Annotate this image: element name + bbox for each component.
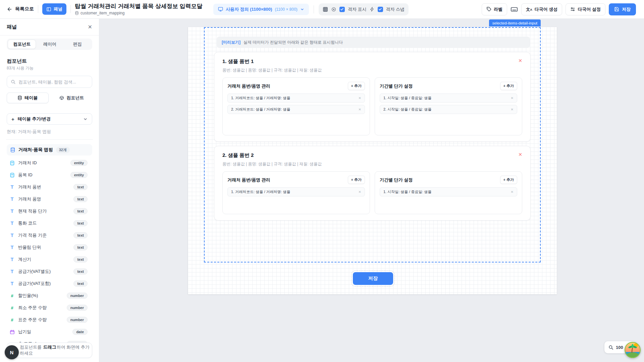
item-card-meta: 품번: 샘플값 | 품명: 샘플값 | 규격: 샘플값 | 재질: 샘플값 <box>222 161 522 167</box>
title-block: 탑씰 거래처관리 거래처별 품목 상세정보 입력모달 customer_item… <box>75 3 203 15</box>
field-row[interactable]: T # 거래처 ID entity <box>7 157 92 169</box>
panel-button-label: 패널 <box>54 6 62 12</box>
item-card-panels: 거래처 품번/품명 관리 + 추가 1. 거래처코드: 샘플 / 거래처명: 샘… <box>222 77 522 135</box>
field-row[interactable]: T # 통화 코드 text <box>7 217 92 229</box>
table-item-customer-item-mapping[interactable]: 거래처-품목 맵핑 32개 <box>7 144 92 156</box>
field-row[interactable]: T # 가격 적용 기준 text <box>7 229 92 241</box>
field-type-badge: text <box>73 281 88 287</box>
segment-tables-label: 테이블 <box>24 95 38 101</box>
viewport-size-value: (1100 × 800) <box>275 7 298 12</box>
database-icon <box>10 147 15 153</box>
field-type-badge: entity <box>70 172 88 178</box>
panel-tabs: 컴포넌트 레이어 편집 <box>7 39 92 50</box>
tab-edit[interactable]: 편집 <box>64 40 91 49</box>
field-row[interactable]: T # 계산기 text <box>7 253 92 265</box>
field-row[interactable]: T # 공급가(VAT별도) text <box>7 265 92 278</box>
selection-label: selected-items-detail-input <box>489 19 541 26</box>
save-button-label: 저장 <box>622 6 631 12</box>
design-canvas[interactable]: selected-items-detail-input [미리보기] 실제 데이… <box>99 19 644 362</box>
field-row[interactable]: T # 거래처 품번 text <box>7 181 92 193</box>
field-row[interactable]: T # 최소 주문 수량 number <box>7 302 92 314</box>
remove-row-icon[interactable]: ✕ <box>359 108 361 111</box>
label-button[interactable]: 라벨 <box>482 3 507 15</box>
components-available-count: 83개 사용 가능 <box>7 65 92 71</box>
tab-components[interactable]: 컴포넌트 <box>8 40 36 49</box>
close-icon[interactable]: ✕ <box>88 24 92 30</box>
field-row[interactable]: T # 할인율(%) number <box>7 290 92 302</box>
save-button[interactable]: 저장 <box>609 3 636 15</box>
field-type-badge: text <box>73 256 88 262</box>
eye-icon[interactable] <box>331 7 336 12</box>
add-table-dropdown[interactable]: + 테이블 추가/변경 <box>7 113 92 125</box>
column-count-badge: 32개 <box>56 147 70 153</box>
list-item: 1. 시작일: 샘플 / 종료일: 샘플✕ <box>380 94 517 103</box>
segment-components[interactable]: 컴포넌트 <box>51 93 93 103</box>
search-input[interactable] <box>18 79 88 84</box>
panel-header: 패널 ✕ <box>0 19 99 36</box>
zoom-value: 100 <box>616 345 623 350</box>
divider <box>70 5 71 13</box>
add-row-button[interactable]: + 추가 <box>500 82 517 90</box>
tag-icon <box>486 7 491 12</box>
date-type-icon <box>9 329 15 335</box>
lightning-icon[interactable] <box>370 7 375 12</box>
panel-title: 패널 <box>7 24 17 30</box>
back-to-list-button[interactable]: 목록으로 <box>7 6 34 12</box>
grid-icon[interactable] <box>323 7 328 12</box>
remove-item-icon[interactable]: ✕ <box>518 152 522 157</box>
i18n-generate-button[interactable]: 文A 다국어 생성 <box>521 3 562 15</box>
modal-save-button[interactable]: 저장 <box>353 272 393 285</box>
add-row-button[interactable]: + 추가 <box>348 82 365 90</box>
field-type-badge: text <box>73 244 88 250</box>
price-periods-panel: 기간별 단가 설정 + 추가 1. 시작일: 샘플 / 종료일: 샘플✕ <box>375 171 522 214</box>
i18n-settings-button[interactable]: 다국어 설정 <box>566 3 605 15</box>
remove-row-icon[interactable]: ✕ <box>511 108 514 111</box>
monitor-icon <box>218 7 223 12</box>
remove-item-icon[interactable]: ✕ <box>518 58 522 63</box>
item-card: 2. 샘플 품번 2 ✕ 품번: 샘플값 | 품명: 샘플값 | 규격: 샘플값… <box>214 146 531 221</box>
app-builder: 목록으로 패널 탑씰 거래처관리 거래처별 품목 상세정보 입력모달 custo… <box>0 0 644 362</box>
text-type-icon: T <box>9 257 15 262</box>
field-row[interactable]: T # 납기일 date <box>7 326 92 338</box>
divider <box>314 5 314 13</box>
number-type-icon: # <box>9 293 15 298</box>
field-row[interactable]: T # 표준 주문 수량 number <box>7 314 92 326</box>
field-row[interactable]: T # 거래처 품명 text <box>7 193 92 205</box>
save-icon <box>614 7 619 12</box>
text-type-icon: T <box>9 245 15 250</box>
check-icon <box>378 7 382 11</box>
field-row[interactable]: T # 품목 ID entity <box>7 169 92 181</box>
text-type-icon: T <box>9 208 15 214</box>
preview-text: 실제 데이터가 전달되면 아래와 같은 형태로 표시됩니다 <box>244 40 343 45</box>
remove-row-icon[interactable]: ✕ <box>511 97 514 100</box>
add-row-button[interactable]: + 추가 <box>500 176 517 184</box>
panel-toggle-button[interactable]: 패널 <box>42 3 66 15</box>
remove-row-icon[interactable]: ✕ <box>359 97 361 100</box>
back-label: 목록으로 <box>15 6 34 12</box>
tab-layers[interactable]: 레이어 <box>36 40 63 49</box>
entity-icon <box>9 172 15 178</box>
selected-component[interactable]: selected-items-detail-input [미리보기] 실제 데이… <box>204 27 541 262</box>
grid-show-checkbox[interactable] <box>339 7 345 12</box>
remove-row-icon[interactable]: ✕ <box>359 190 361 194</box>
remove-row-icon[interactable]: ✕ <box>511 190 514 194</box>
field-row[interactable]: T # 현재 적용 단가 text <box>7 205 92 217</box>
grid-show-label: 격자 표시 <box>348 6 367 12</box>
item-card-meta: 품번: 샘플값 | 품명: 샘플값 | 규격: 샘플값 | 재질: 샘플값 <box>222 67 522 73</box>
field-row[interactable]: T # 반올림 단위 text <box>7 241 92 253</box>
item-card-title: 2. 샘플 품번 2 <box>222 152 254 159</box>
text-type-icon: T <box>9 281 15 286</box>
toolbar-left: 목록으로 패널 탑씰 거래처관리 거래처별 품목 상세정보 입력모달 custo… <box>7 3 203 15</box>
translate-icon: 文A <box>526 7 532 11</box>
add-row-button[interactable]: + 추가 <box>348 176 365 184</box>
field-name: 공급가(VAT별도) <box>18 268 70 275</box>
grid-snap-checkbox[interactable] <box>378 7 383 12</box>
keyboard-icon[interactable] <box>511 6 518 13</box>
viewport-size-selector[interactable]: 사용자 정의 (1100×800) (1100 × 800) <box>213 4 309 15</box>
hint-text: 컴포넌트를 드래그하여 화면에 추가하세요 <box>20 344 92 356</box>
field-name: 거래처 ID <box>18 160 67 166</box>
segment-tables[interactable]: 테이블 <box>7 93 49 103</box>
number-type-icon: # <box>9 305 15 310</box>
field-row[interactable]: T # 공급가(VAT포함) text <box>7 278 92 290</box>
divider <box>38 5 38 13</box>
